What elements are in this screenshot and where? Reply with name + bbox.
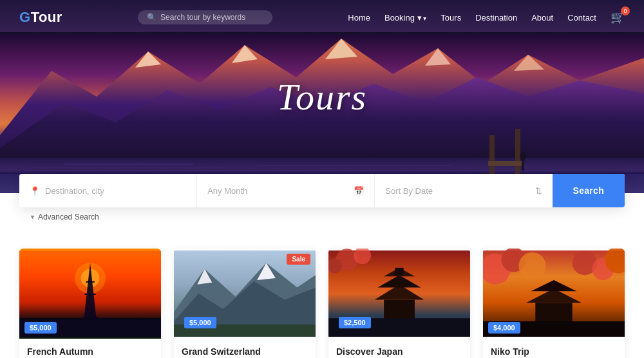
- card-title-switzerland: Grand Switzerland: [182, 346, 308, 357]
- card-image-japan: $3,000 $2,500: [328, 249, 470, 339]
- svg-rect-15: [488, 161, 524, 166]
- sort-input[interactable]: [385, 186, 529, 196]
- tour-cards-grid: $5,000 French Autumn City Tours, Urban ★…: [19, 249, 625, 358]
- advanced-search-label: Advanced Search: [38, 212, 99, 221]
- svg-rect-14: [515, 129, 520, 174]
- cart-badge: 0: [621, 6, 630, 15]
- search-icon: 🔍: [147, 13, 156, 22]
- nav-destination[interactable]: Destination: [475, 12, 517, 23]
- svg-rect-24: [84, 294, 95, 295]
- price-badge-french: $5,000: [24, 322, 57, 334]
- nav-contact[interactable]: Contact: [567, 12, 596, 23]
- card-body-french: French Autumn City Tours, Urban: [19, 339, 161, 358]
- nav-about[interactable]: About: [531, 12, 553, 23]
- card-title-french: French Autumn: [27, 346, 153, 357]
- header: GTour 🔍 Home Booking ▾ Tours Destination…: [0, 0, 644, 35]
- svg-rect-41: [395, 268, 403, 275]
- sale-badge-switzerland: Sale: [287, 254, 310, 265]
- svg-point-46: [518, 252, 545, 279]
- search-button[interactable]: Search: [553, 174, 625, 207]
- month-field[interactable]: 📅: [197, 174, 375, 207]
- destination-field[interactable]: 📍: [19, 174, 197, 207]
- sort-field[interactable]: ⇅: [375, 174, 552, 207]
- main-nav: Home Booking ▾ Tours Destination About C…: [348, 10, 625, 24]
- header-search[interactable]: 🔍: [138, 10, 272, 24]
- sort-icon: ⇅: [535, 186, 542, 196]
- calendar-icon: 📅: [354, 186, 364, 196]
- card-image-niko: $4,000: [483, 249, 625, 339]
- card-title-niko: Niko Trip: [491, 346, 617, 357]
- card-image-french-autumn: $5,000: [19, 249, 161, 339]
- svg-rect-23: [83, 317, 98, 319]
- advanced-search-toggle[interactable]: Advanced Search: [0, 207, 644, 229]
- nav-home[interactable]: Home: [348, 12, 370, 23]
- logo-suffix: Tour: [31, 9, 62, 25]
- price-badge-japan: $2,500: [339, 317, 371, 328]
- tour-card-japan[interactable]: $3,000 $2,500 Discover Japan City Tours,…: [328, 249, 470, 358]
- nav-booking[interactable]: Booking ▾: [384, 12, 426, 23]
- card-body-japan: Discover Japan City Tours, Iconic: [328, 339, 470, 358]
- svg-point-16: [520, 152, 526, 161]
- tours-section: $5,000 French Autumn City Tours, Urban ★…: [0, 229, 644, 358]
- tour-card-niko[interactable]: $4,000 Niko Trip Mountain, Rural, Urban …: [483, 249, 625, 358]
- search-panel: 📍 📅 ⇅ Search: [19, 174, 625, 207]
- hero-title: Tours: [277, 75, 367, 118]
- month-input[interactable]: [207, 186, 348, 196]
- svg-rect-25: [86, 281, 94, 283]
- card-image-switzerland: Sale $6,000 $5,000: [174, 249, 316, 339]
- card-title-japan: Discover Japan: [336, 346, 462, 357]
- card-body-switzerland: Grand Switzerland Mountain, Snow & Ice: [174, 339, 316, 358]
- nav-cart[interactable]: 🛒 0: [611, 10, 625, 24]
- price-badge-switzerland: $5,000: [184, 317, 216, 328]
- price-badge-niko: $4,000: [488, 322, 520, 334]
- tour-card-french-autumn[interactable]: $5,000 French Autumn City Tours, Urban ★…: [19, 249, 161, 358]
- location-icon: 📍: [30, 186, 40, 196]
- logo: GTour: [19, 9, 62, 26]
- svg-rect-9: [0, 158, 644, 174]
- svg-rect-13: [489, 135, 495, 174]
- header-search-input[interactable]: [160, 13, 263, 22]
- destination-input[interactable]: [45, 186, 186, 196]
- card-body-niko: Niko Trip Mountain, Rural, Urban: [483, 339, 625, 358]
- logo-prefix: G: [19, 9, 31, 25]
- svg-rect-17: [522, 161, 524, 171]
- tour-card-switzerland[interactable]: Sale $6,000 $5,000 Grand Switzerland Mou…: [174, 249, 316, 358]
- nav-tours[interactable]: Tours: [440, 12, 461, 23]
